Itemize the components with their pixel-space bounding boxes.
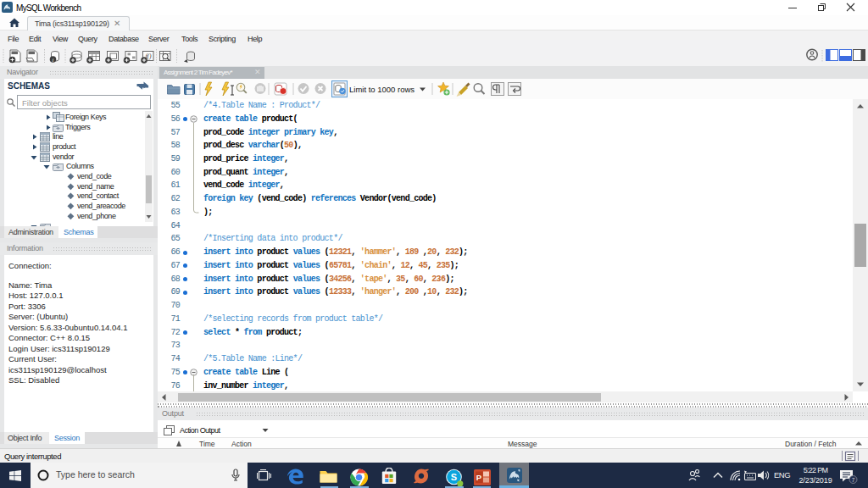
svg-text:7: 7 [852, 477, 855, 483]
svg-text:S: S [451, 472, 457, 482]
svg-text:i: i [53, 57, 54, 63]
svg-text:P: P [476, 473, 482, 482]
